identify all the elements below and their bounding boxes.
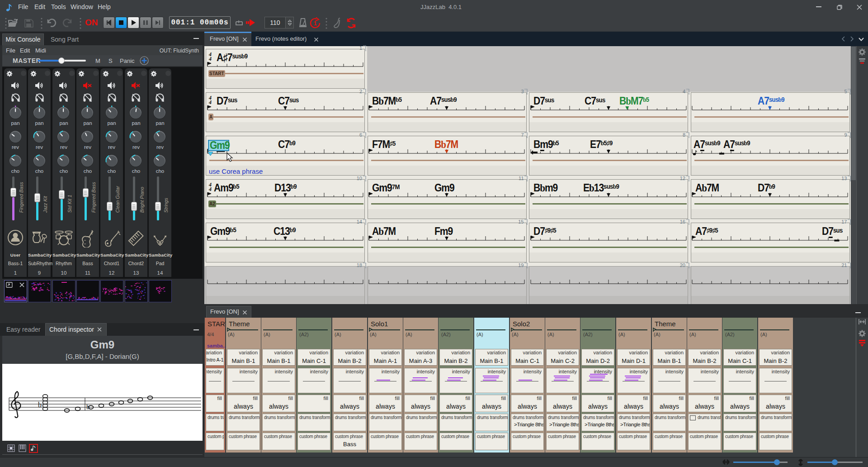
svg-text:b: b: [86, 403, 90, 410]
svg-text:1: 1: [313, 20, 316, 27]
svg-text:b: b: [38, 401, 42, 409]
